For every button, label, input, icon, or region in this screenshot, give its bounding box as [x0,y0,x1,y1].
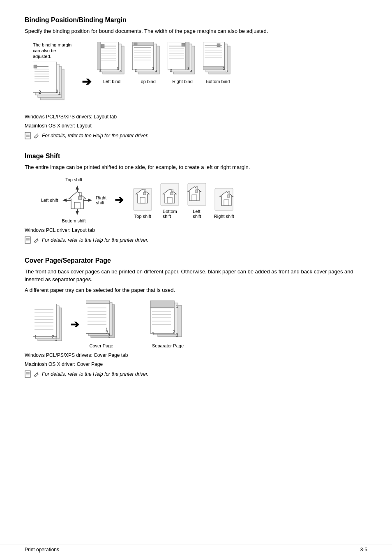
top-shift-result: Top shift [132,187,153,219]
shift-results-row: Top shift Bottomshift [132,182,235,219]
svg-text:2: 2 [223,67,225,71]
bottom-shift-result: Bottomshift [159,182,180,219]
binding-source-stack: The binding margin can also be adjusted. [33,42,72,109]
top-shift-result-label: Top shift [134,214,151,219]
top-shift-label-above: Top shift [65,177,82,182]
right-bind-label: Right bind [172,79,193,84]
svg-rect-97 [171,192,173,195]
footer: Print operations 3-5 [0,544,392,555]
svg-line-75 [37,134,38,134]
svg-text:3: 3 [108,334,111,338]
cover-page-desc1: The front and back cover pages can be pr… [25,268,367,284]
bottom-bind-stack: 3 2 Bottom bind [203,42,233,84]
footer-left: Print operations [25,547,59,553]
left-shift-result: Leftshift [186,182,208,219]
svg-marker-83 [88,199,92,202]
svg-line-114 [34,241,35,243]
separator-page-result: 3 2 1 1 Separator Page [150,301,185,348]
svg-rect-106 [224,200,229,206]
svg-text:1: 1 [176,304,178,309]
svg-rect-68 [217,44,220,47]
bottom-shift-label-below: Bottom shift [62,218,86,223]
right-shift-result: Right shift [213,187,235,219]
right-bind-stack: 4 3 2 Right bind [168,42,197,84]
shift-diagram: Top shift Left shift [41,177,367,223]
bottom-shift-result-label: Bottomshift [163,209,177,219]
svg-rect-98 [171,189,173,192]
svg-rect-40 [134,43,137,45]
cover-page-label: Cover Page [89,343,113,348]
svg-rect-108 [228,192,230,194]
svg-text:4: 4 [58,92,61,96]
svg-text:3: 3 [152,67,154,71]
svg-text:2: 2 [99,68,101,72]
image-shift-title: Image Shift [25,153,367,160]
left-shift-result-label: Leftshift [193,209,201,219]
shift-italic-note-text: For details, refer to the Help for the p… [42,237,149,243]
left-shift-label: Left shift [41,198,58,203]
svg-marker-77 [76,185,79,190]
svg-rect-71 [25,132,30,139]
cover-driver-note1: Windows PCL/PS/XPS drivers: Cover Page t… [25,352,367,359]
svg-rect-60 [203,42,224,70]
top-bind-stack: 4 3 2 Top bind [132,42,162,84]
svg-rect-117 [33,304,57,337]
cover-page-section: Cover Page/Separator Page The front and … [25,257,367,378]
binding-driver-note1: Windows PCL/PS/XPS drivers: Layout tab [25,113,367,120]
shift-driver-note: Windows PCL driver: Layout tab [25,227,367,234]
separator-page-label: Separator Page [152,343,184,348]
svg-text:4: 4 [190,69,192,73]
shift-house-row: Left shift [41,184,106,217]
image-shift-section: Image Shift The entire image can be prin… [25,153,367,244]
bottom-bind-label: Bottom bind [206,79,230,84]
svg-rect-47 [185,42,189,70]
svg-marker-79 [76,211,79,215]
cover-page-desc2: A different paper tray can be selected f… [25,286,367,294]
svg-rect-26 [101,44,104,48]
binding-title: Binding Position/Binding Margin [25,16,367,24]
left-bind-label: Left bind [103,79,120,84]
svg-rect-88 [79,192,81,196]
svg-text:2: 2 [173,330,175,334]
svg-rect-93 [144,189,146,192]
svg-rect-61 [203,66,224,70]
svg-rect-103 [196,187,198,189]
svg-text:3: 3 [56,89,58,94]
svg-line-159 [34,375,35,377]
cover-source-stack: 3 2 1 [33,304,64,345]
svg-marker-81 [62,199,67,202]
binding-driver-note2: Macintosh OS X driver: Layout [25,122,367,130]
svg-text:3: 3 [117,67,119,71]
svg-rect-144 [150,308,174,333]
cover-diagram: 3 2 1 ➔ 3 2 [33,301,367,348]
left-bind-stack: 4 3 2 Left bind [97,42,127,84]
shift-arrow: ➔ [115,194,124,206]
cover-page-title: Cover Page/Separator Page [25,257,367,264]
svg-line-158 [37,372,38,373]
svg-text:3: 3 [226,69,228,73]
note-icon-binding [25,132,39,139]
cover-page-result: 3 2 1 Cover Page [86,301,117,348]
svg-text:4: 4 [120,69,122,73]
svg-text:1: 1 [106,327,108,332]
cover-arrow: ➔ [70,318,79,331]
svg-rect-143 [150,301,174,308]
svg-rect-18 [97,42,101,70]
cover-italic-note-text: For details, refer to the Help for the p… [42,371,149,377]
svg-text:4: 4 [155,69,157,73]
binding-italic-note-text: For details, refer to the Help for the p… [42,133,149,139]
svg-text:3: 3 [187,67,189,71]
footer-right: 3-5 [360,547,367,553]
image-shift-desc: The entire image can be printed shifted … [25,163,367,171]
svg-rect-102 [195,190,198,192]
cover-driver-note2: Macintosh OS X driver: Cover Page [25,361,367,368]
svg-rect-87 [78,197,82,199]
svg-rect-11 [34,65,37,68]
arrow-to-results: ➔ [82,75,91,88]
margin-note-label: The binding margin can also be adjusted. [33,42,72,60]
right-shift-result-label: Right shift [214,214,234,219]
svg-text:2: 2 [52,335,54,339]
svg-text:3: 3 [55,337,58,342]
svg-line-113 [37,238,38,239]
note-icon-cover [25,370,39,378]
